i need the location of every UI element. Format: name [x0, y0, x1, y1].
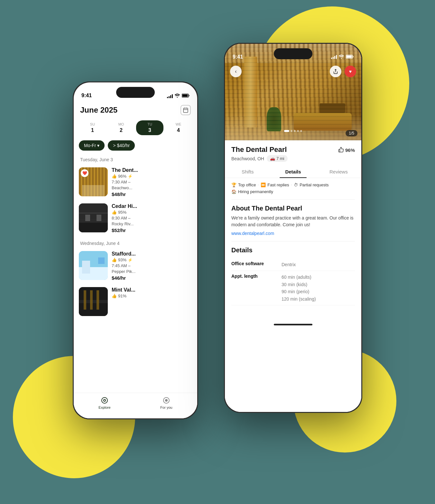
partial-icon: ⏱ — [294, 182, 298, 187]
fast-replies-icon: ⏩ — [261, 182, 266, 187]
calendar-header: June 2025 — [74, 101, 197, 118]
listing-name-dental: The Dent... — [112, 167, 192, 173]
office-rating: 96% — [338, 145, 355, 154]
days-filter-btn[interactable]: Mo-Fr ▾ — [79, 140, 105, 151]
listing-info-dental: The Dent... 👍 96% ⚡ 7:30 AM – Beachwo...… — [112, 167, 192, 197]
nav-explore[interactable]: Explore — [74, 396, 135, 409]
back-button[interactable]: ‹ — [230, 66, 242, 77]
listing-rating-stafford: 👍 93% ⚡ — [112, 257, 192, 262]
details-title: Details — [231, 247, 355, 254]
listing-info-cedar: Cedar Hi... 👍 95% 8:30 AM – Rocky Riv...… — [112, 203, 192, 233]
bottom-nav-back: Explore For you — [74, 393, 197, 418]
status-icons-front — [331, 54, 354, 60]
wifi-icon — [175, 94, 180, 98]
tab-shifts[interactable]: Shifts — [225, 166, 270, 178]
day-we[interactable]: WE 4 — [165, 120, 192, 135]
wifi-icon-front — [339, 54, 344, 60]
appt-value: 60 min (adults) 30 min (kids) 90 min (pe… — [282, 274, 316, 303]
listing-name-cedar: Cedar Hi... — [112, 203, 192, 209]
listing-img-mint — [79, 287, 108, 316]
svg-rect-3 — [183, 108, 188, 113]
status-bar-front: 9:41 — [225, 44, 361, 62]
svg-rect-21 — [98, 257, 105, 264]
listing-image-dental: ❤️ — [79, 167, 108, 196]
nav-for-you[interactable]: For you — [135, 396, 197, 409]
tab-details[interactable]: Details — [270, 166, 316, 178]
day-tu[interactable]: TU 3 — [136, 120, 163, 135]
svg-rect-26 — [97, 290, 99, 310]
heart-badge-dental: ❤️ — [81, 169, 88, 177]
calendar-icon-btn[interactable] — [180, 105, 191, 115]
svg-rect-20 — [82, 261, 90, 274]
section-wednesday: Wednesday, June 4 — [74, 237, 197, 248]
listing-name-mint: Mint Val... — [112, 287, 192, 293]
svg-rect-13 — [79, 223, 108, 232]
badge-partial-requests: ⏱ Partial requests — [294, 182, 329, 187]
front-phone-content: 9:41 — [225, 44, 361, 412]
divider-1 — [231, 199, 355, 200]
hiring-label: Hiring permanently — [238, 189, 273, 194]
back-phone-content: June 2025 SU 1 MO 2 TU — [74, 101, 197, 418]
badge-dot-1: · — [258, 183, 259, 187]
tab-reviews[interactable]: Reviews — [316, 166, 361, 178]
listing-price-dental: $48/hr — [112, 191, 192, 197]
listing-cedar-hill[interactable]: Cedar Hi... 👍 95% 8:30 AM – Rocky Riv...… — [74, 201, 197, 236]
website-link[interactable]: www.dentalpearl.com — [225, 228, 361, 236]
svg-rect-24 — [84, 290, 86, 310]
listing-rating-cedar: 👍 95% — [112, 210, 192, 215]
share-button[interactable] — [330, 66, 341, 77]
status-icons-back — [167, 94, 190, 98]
details-row-software: Office software Dentrix — [231, 258, 355, 271]
listing-price-stafford: $46/hr — [112, 275, 192, 281]
about-text: We're a family owned practice with a gre… — [225, 215, 361, 228]
software-key: Office software — [231, 261, 276, 268]
home-indicator-front — [274, 324, 312, 325]
calendar-title: June 2025 — [80, 106, 117, 115]
svg-rect-23 — [79, 300, 108, 303]
day-mo[interactable]: MO 2 — [107, 120, 135, 135]
preview-dots — [284, 130, 302, 132]
svg-point-30 — [165, 399, 167, 401]
rating-value: 96% — [345, 147, 355, 153]
day-row: SU 1 MO 2 TU 3 WE 4 — [74, 118, 197, 138]
listing-location-stafford: Pepper Pik... — [112, 269, 192, 274]
distance-pill: 🚗 7 mi — [267, 155, 288, 162]
listing-stafford[interactable]: Stafford... 👍 93% ⚡ 7:45 AM – Pepper Pik… — [74, 248, 197, 283]
listing-mint-valley[interactable]: Mint Val... 👍 91% — [74, 285, 197, 319]
lightning-icon: ⚡ — [128, 174, 133, 179]
listing-image-cedar — [79, 203, 108, 232]
phone-back: 9:41 — [73, 81, 198, 419]
details-section: Details Office software Dentrix Appt. le… — [225, 247, 361, 312]
battery-icon-front — [346, 54, 354, 60]
day-su[interactable]: SU 1 — [79, 120, 106, 135]
details-row-appt: Appt. length 60 min (adults) 30 min (kid… — [231, 271, 355, 305]
svg-rect-11 — [82, 185, 105, 196]
explore-icon — [100, 396, 109, 405]
thumbs-up-icon — [338, 147, 344, 154]
phone-front-inner: 9:41 — [225, 44, 361, 412]
listing-rating-mint: 👍 91% — [112, 294, 192, 298]
house-icon: 🏠 — [231, 189, 236, 194]
office-name: The Dental Pearl — [231, 145, 287, 154]
listing-dental-pearl[interactable]: ❤️ The Dent... 👍 96% ⚡ 7:30 AM – Beachwo… — [74, 165, 197, 200]
svg-rect-36 — [353, 56, 354, 57]
fast-replies-label: Fast replies — [267, 182, 289, 187]
section-tuesday: Tuesday, June 3 — [74, 153, 197, 165]
tabs-row: Shifts Details Reviews — [225, 166, 361, 178]
price-filter-btn[interactable]: > $40/hr — [108, 140, 135, 151]
listing-img-cedar — [79, 203, 108, 232]
svg-rect-1 — [182, 95, 188, 97]
detail-header: The Dental Pearl 96% — [225, 140, 361, 154]
badges-row2: 🏠 Hiring permanently — [225, 187, 361, 194]
image-counter: 1/5 — [346, 130, 357, 136]
detail-body: The Dental Pearl 96% Beachwood, OH 🚗 — [225, 140, 361, 412]
favorite-button[interactable]: ♥ — [345, 66, 356, 77]
svg-point-27 — [102, 397, 107, 403]
svg-rect-16 — [85, 215, 90, 221]
status-time-back: 9:41 — [81, 93, 92, 98]
svg-rect-2 — [189, 95, 190, 96]
hero-image: 9:41 — [225, 44, 361, 140]
trophy-icon: 🏆 — [231, 182, 236, 187]
svg-rect-17 — [97, 215, 101, 221]
about-title: About The Dental Pearl — [225, 205, 361, 212]
